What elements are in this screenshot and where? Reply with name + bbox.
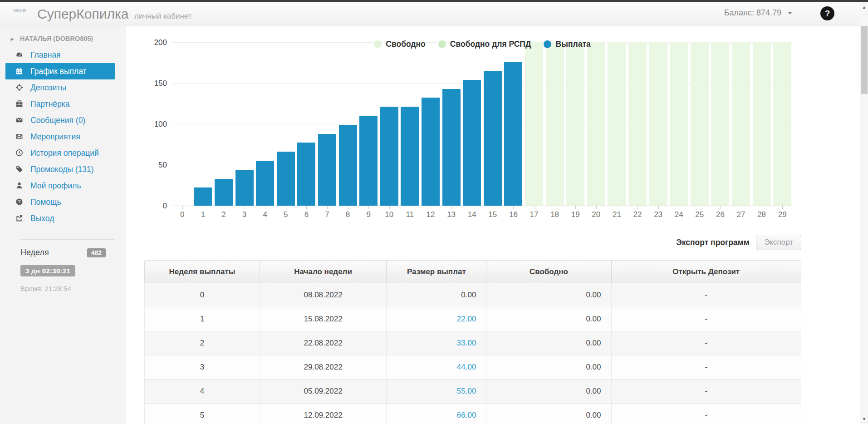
sidebar: ▸ НАТАЛЬЯ (DOBRO805) ГлавнаяГрафик выпла… bbox=[0, 26, 127, 424]
legend-item: Выплата bbox=[544, 39, 590, 49]
open-deposit-cell: - bbox=[612, 355, 802, 380]
x-axis-tick bbox=[700, 206, 700, 209]
x-axis-label: 11 bbox=[402, 210, 418, 219]
table-header-cell: Размер выплат bbox=[387, 260, 486, 283]
sidebar-item-history[interactable]: История операций bbox=[0, 145, 126, 161]
calendar-icon bbox=[15, 64, 24, 72]
payout-amount-link[interactable]: 22.00 bbox=[457, 315, 476, 323]
week-cell: 3 bbox=[144, 355, 260, 380]
week-countdown-badge: 3 дн 02:30:21 bbox=[20, 265, 75, 276]
x-axis-tick bbox=[720, 206, 721, 209]
payout-cell: 55.00 bbox=[387, 380, 486, 404]
svg-text:?: ? bbox=[18, 199, 20, 204]
x-axis-label: 28 bbox=[754, 210, 770, 219]
sidebar-item-logout[interactable]: Выход bbox=[0, 210, 126, 227]
table-header-cell: Открыть Депозит bbox=[612, 260, 802, 283]
sidebar-item-label: Партнёрка bbox=[30, 99, 70, 108]
scrollbar-thumb[interactable] bbox=[861, 26, 868, 94]
help-icon[interactable]: ? bbox=[820, 6, 834, 20]
payout-bar bbox=[401, 107, 419, 206]
sidebar-item-help[interactable]: ?Помощь bbox=[0, 194, 126, 210]
user-account[interactable]: ▸ НАТАЛЬЯ (DOBRO805) bbox=[11, 35, 126, 42]
x-axis-tick bbox=[658, 206, 659, 209]
payout-cell: 33.00 bbox=[387, 331, 486, 355]
x-axis-tick bbox=[203, 206, 203, 209]
table-header-cell: Начало недели bbox=[260, 260, 387, 283]
sidebar-item-profile[interactable]: Мой профиль bbox=[0, 177, 126, 194]
x-axis-label: 2 bbox=[216, 210, 232, 219]
x-axis-tick bbox=[555, 206, 555, 209]
exit-icon bbox=[15, 212, 24, 219]
sidebar-item-home[interactable]: Главная bbox=[0, 47, 126, 63]
payout-bar bbox=[235, 170, 254, 206]
payout-table: Неделя выплатыНачало неделиРазмер выплат… bbox=[144, 260, 801, 424]
y-axis-label: 200 bbox=[134, 38, 167, 47]
x-axis-tick bbox=[617, 206, 617, 209]
screen: меню СуперКопилка личный кабинет Баланс:… bbox=[0, 0, 868, 424]
balance-dropdown[interactable]: Баланс: 874.79 bbox=[724, 8, 792, 18]
x-axis-label: 9 bbox=[360, 210, 377, 219]
clock-icon bbox=[15, 146, 24, 153]
help-icon: ? bbox=[15, 195, 24, 202]
payout-bar bbox=[442, 89, 461, 206]
x-axis-tick bbox=[741, 206, 741, 209]
free-cell: 0.00 bbox=[486, 331, 611, 355]
free-week-bar bbox=[628, 42, 647, 206]
week-start-cell: 08.08.2022 bbox=[260, 283, 387, 307]
x-axis-tick bbox=[451, 206, 452, 209]
free-week-bar bbox=[732, 42, 750, 206]
payout-amount-link[interactable]: 66.00 bbox=[457, 411, 476, 419]
free-cell: 0.00 bbox=[486, 380, 611, 404]
x-axis-label: 24 bbox=[671, 210, 687, 219]
x-axis-label: 17 bbox=[526, 210, 542, 219]
free-week-bar bbox=[546, 42, 564, 206]
x-axis-label: 10 bbox=[381, 210, 397, 219]
x-axis-tick bbox=[679, 206, 679, 209]
dashboard-icon bbox=[15, 48, 24, 55]
x-axis-label: 26 bbox=[712, 210, 728, 219]
sidebar-item-deposits[interactable]: Депозиты bbox=[0, 79, 126, 96]
sidebar-item-events[interactable]: Мероприятия bbox=[0, 128, 126, 145]
x-axis-tick bbox=[306, 206, 307, 209]
x-axis-tick bbox=[513, 206, 514, 209]
sidebar-item-messages[interactable]: Сообщения (0) bbox=[0, 112, 126, 128]
server-time: Время: 21:28:54 bbox=[20, 285, 126, 292]
week-label: Неделя bbox=[20, 248, 49, 257]
x-axis-tick bbox=[182, 206, 183, 209]
vertical-scrollbar[interactable]: ▲ ▼ bbox=[860, 2, 868, 424]
sidebar-item-partner[interactable]: Партнёрка bbox=[0, 96, 126, 112]
table-row: 115.08.202222.000.00- bbox=[144, 307, 801, 331]
payout-bar bbox=[359, 116, 378, 206]
briefcase-icon bbox=[15, 97, 24, 104]
sidebar-nav: ГлавнаяГрафик выплатДепозитыПартнёркаСоо… bbox=[0, 47, 126, 227]
sidebar-item-label: Выход bbox=[30, 214, 54, 223]
sidebar-item-promocodes[interactable]: Промокоды (131) bbox=[0, 161, 126, 177]
y-axis-label: 100 bbox=[134, 120, 167, 129]
week-cell: 0 bbox=[144, 283, 260, 307]
free-week-bar bbox=[566, 42, 584, 206]
user-icon bbox=[15, 179, 24, 186]
legend-label: Выплата bbox=[555, 39, 590, 49]
free-week-bar bbox=[649, 42, 667, 206]
x-axis-tick bbox=[410, 206, 410, 209]
brand: СуперКопилка личный кабинет bbox=[37, 6, 192, 22]
payout-amount-link[interactable]: 55.00 bbox=[457, 387, 476, 395]
main-content: СвободноСвободно для РСПДВыплата 0501001… bbox=[126, 26, 860, 424]
app-subtitle: личный кабинет bbox=[134, 12, 192, 20]
film-icon bbox=[15, 130, 24, 137]
payout-amount-link[interactable]: 33.00 bbox=[457, 339, 476, 347]
export-label: Экспорт программ bbox=[676, 238, 749, 247]
free-cell: 0.00 bbox=[486, 307, 611, 331]
x-axis-tick bbox=[348, 206, 348, 209]
scroll-down-icon[interactable]: ▼ bbox=[860, 415, 868, 423]
payout-amount-link[interactable]: 44.00 bbox=[457, 363, 476, 371]
week-number-badge: 482 bbox=[87, 248, 106, 257]
sidebar-item-label: Мой профиль bbox=[30, 181, 81, 190]
menu-button[interactable]: меню bbox=[11, 5, 29, 14]
export-button[interactable]: Экспорт bbox=[756, 235, 801, 250]
free-cell: 0.00 bbox=[486, 283, 611, 307]
menu-label: меню bbox=[13, 7, 26, 13]
sidebar-item-payout-schedule[interactable]: График выплат bbox=[5, 63, 115, 79]
x-axis-label: 18 bbox=[547, 210, 563, 219]
scroll-up-icon[interactable]: ▲ bbox=[860, 4, 868, 11]
